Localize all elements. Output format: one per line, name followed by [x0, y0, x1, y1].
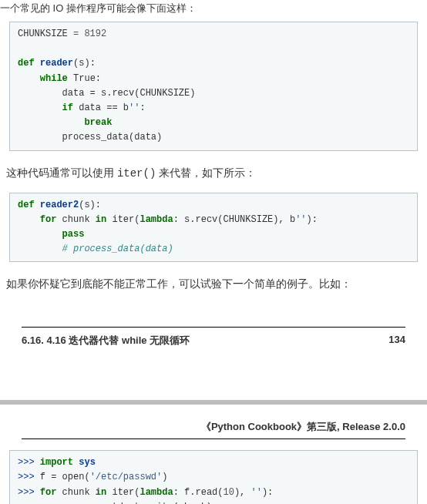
code-line: CHUNKSIZE = 8192: [18, 27, 409, 42]
code-line: >>> for chunk in iter(lambda: f.read(10)…: [18, 486, 409, 500]
page-footer: 6.16. 4.16 迭代器代替 while 无限循环 134: [0, 334, 427, 348]
footer-section-title: 6.16. 4.16 迭代器代替 while 无限循环: [22, 334, 190, 348]
footer-page-number: 134: [388, 334, 405, 348]
code-line: while True:: [18, 72, 409, 86]
code-line: def reader(s):: [18, 56, 409, 71]
intro-line: 一个常见的 IO 操作程序可能会像下面这样：: [0, 2, 197, 14]
code-line: process_data(data): [18, 130, 409, 145]
code-block-1: CHUNKSIZE = 8192 def reader(s): while Tr…: [9, 22, 418, 151]
code-line: for chunk in iter(lambda: s.recv(CHUNKSI…: [18, 213, 409, 227]
paragraph-2: 如果你怀疑它到底能不能正常工作，可以试验下一个简单的例子。比如：: [0, 270, 427, 304]
code-line: if data == b'':: [18, 101, 409, 116]
code-line: [18, 42, 409, 56]
code-line: pass: [18, 227, 409, 242]
code-line: >>> f = open('/etc/passwd'): [18, 470, 409, 485]
document-page: 一个常见的 IO 操作程序可能会像下面这样： CHUNKSIZE = 8192 …: [0, 0, 427, 504]
code-line: data = s.recv(CHUNKSIZE): [18, 86, 409, 101]
code-line: def reader2(s):: [18, 198, 409, 213]
page-header-2: 《Python Cookbook》第三版, Release 2.0.0: [0, 405, 427, 438]
paragraph-1: 这种代码通常可以使用 iter() 来代替，如下所示：: [0, 159, 427, 193]
code-line: ... n = sys.stdout.write(chunk): [18, 500, 409, 504]
intro-text: 一个常见的 IO 操作程序可能会像下面这样：: [0, 0, 427, 22]
header-rule: [22, 438, 405, 439]
inline-code: iter(): [117, 167, 156, 180]
code-line: >>> import sys: [18, 455, 409, 470]
code-line: break: [18, 116, 409, 130]
page-gap: [0, 354, 427, 400]
code-line: # process_data(data): [18, 242, 409, 257]
code-block-3: >>> import sys >>> f = open('/etc/passwd…: [9, 450, 418, 504]
code-block-2: def reader2(s): for chunk in iter(lambda…: [9, 193, 418, 263]
footer-rule: [22, 327, 405, 328]
